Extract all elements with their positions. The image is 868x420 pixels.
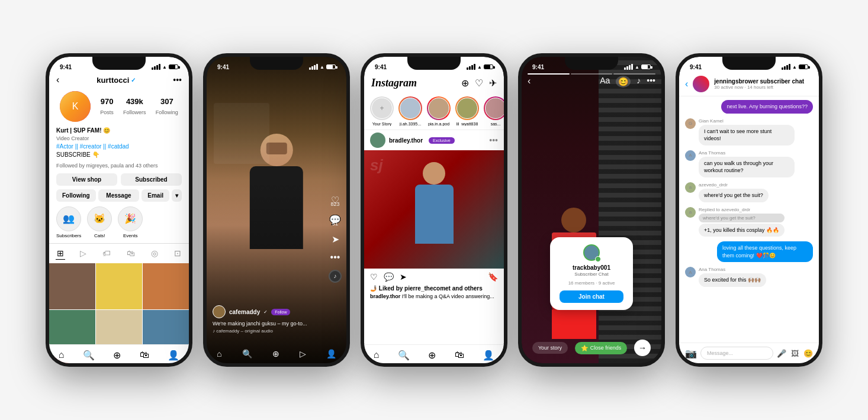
story-1[interactable]: ji.ah.3395... <box>398 96 422 126</box>
tab-tagged-icon[interactable]: 🏷 <box>101 247 112 260</box>
story-2[interactable]: pia.in.a.pod <box>427 96 451 126</box>
p1-action-buttons: Following Message Email ▾ <box>49 189 189 202</box>
nav-home-icon[interactable]: ⌂ <box>59 350 65 361</box>
p5-sticker-icon[interactable]: 😊 <box>803 349 813 358</box>
p5-input-icons: 🎤 🖼 😊 <box>777 349 813 358</box>
nav-search-icon[interactable]: 🔍 <box>83 350 95 361</box>
p3-dm-icon[interactable]: ✈ <box>489 77 497 89</box>
p3-bookmark-icon[interactable]: 🔖 <box>488 272 498 282</box>
story-your-story[interactable]: + Your Story <box>370 96 394 126</box>
p2-like-action[interactable]: ♡ 823 <box>330 195 339 207</box>
p2-username[interactable]: cafemaddy <box>229 309 260 315</box>
p4-sticker-icon[interactable]: 😊 <box>616 76 631 88</box>
p2-more-action[interactable]: ••• <box>330 252 340 263</box>
p2-nav-reels[interactable]: ▷ <box>300 349 306 358</box>
p5-mic-icon[interactable]: 🎤 <box>777 349 786 358</box>
p3-nav-add[interactable]: ⊕ <box>428 350 436 361</box>
msg-3: A Ana Thomas can you walk us through you… <box>685 150 813 177</box>
p4-back-button[interactable]: ‹ <box>528 76 531 88</box>
phone-2-screen: 9:41 ▲ ♡ 823 <box>207 57 346 363</box>
p4-close-friends-btn[interactable]: ⭐ Close friends <box>575 342 628 354</box>
p3-comment-icon[interactable]: 💬 <box>384 272 394 282</box>
p5-image-icon[interactable]: 🖼 <box>791 349 799 358</box>
p3-add-icon[interactable]: ⊕ <box>461 77 469 89</box>
p2-nav-search[interactable]: 🔍 <box>242 349 252 358</box>
dropdown-button[interactable]: ▾ <box>172 189 182 202</box>
tab-shop-icon[interactable]: 🛍 <box>126 247 136 260</box>
battery-5 <box>799 64 808 69</box>
tab-misc-icon[interactable]: ⊡ <box>173 247 182 260</box>
p3-nav-shop[interactable]: 🛍 <box>455 350 464 361</box>
p3-head <box>423 162 445 185</box>
highlight-subscribers[interactable]: 👥 Subscribers <box>56 206 81 238</box>
msg-bubble-2: I can't wait to see more stunt videos! <box>699 125 795 146</box>
p1-following-stat[interactable]: 307 Following <box>156 97 178 117</box>
signal-2 <box>309 64 318 70</box>
status-icons-4: ▲ <box>624 64 651 70</box>
p2-verified: ✓ <box>263 309 268 315</box>
phone-4-screen: 9:41 ▲ <box>522 57 661 363</box>
p5-back-button[interactable]: ‹ <box>685 79 688 89</box>
p3-nav-profile[interactable]: 👤 <box>483 350 494 361</box>
status-time-2: 9:41 <box>217 64 229 70</box>
p2-comment-action[interactable]: 💬 51 <box>329 214 341 227</box>
battery-4 <box>641 64 651 69</box>
p3-like-icon[interactable]: ♡ <box>370 272 378 282</box>
p4-more-icon[interactable]: ••• <box>647 76 655 88</box>
message-button[interactable]: Message <box>98 189 140 202</box>
subscribed-button[interactable]: Subscribed <box>121 173 182 186</box>
following-button[interactable]: Following <box>56 189 96 202</box>
p3-heart-icon[interactable]: ♡ <box>475 77 483 89</box>
nav-shop-icon[interactable]: 🛍 <box>140 350 149 361</box>
grid-cell-3[interactable] <box>143 263 189 309</box>
wifi-icon-4: ▲ <box>635 64 639 70</box>
grid-cell-1[interactable] <box>49 263 95 309</box>
tab-grid-icon[interactable]: ⊞ <box>56 247 65 260</box>
notch-5 <box>722 57 776 70</box>
p3-nav-home[interactable]: ⌂ <box>374 350 380 361</box>
p4-chat-avatar-container <box>583 244 600 261</box>
phone-1-profile: 9:41 ▲ ‹ kurttocci ✓ <box>46 53 192 367</box>
highlight-events[interactable]: 🎉 Events <box>118 206 143 238</box>
p2-follow-badge[interactable]: Follow <box>271 309 290 315</box>
story-4[interactable]: sas... <box>484 96 504 126</box>
grid-cell-2[interactable] <box>96 263 142 309</box>
p4-send-button[interactable]: → <box>634 340 651 356</box>
p1-more-button[interactable]: ••• <box>173 75 182 85</box>
p2-user-row: cafemaddy ✓ Follow <box>213 305 323 318</box>
email-button[interactable]: Email <box>142 189 169 202</box>
p4-text-icon[interactable]: Aa <box>600 76 610 88</box>
notch-2 <box>250 57 303 70</box>
p3-post-username[interactable]: bradley.thor <box>389 137 423 144</box>
p1-followers-stat[interactable]: 439k Followers <box>123 97 146 117</box>
p2-share-action[interactable]: ➤ <box>332 234 339 245</box>
p5-camera-icon[interactable]: 📷 <box>685 348 697 359</box>
p2-nav-profile[interactable]: 👤 <box>326 349 336 358</box>
story-3[interactable]: lil_wyatt838 <box>455 96 479 126</box>
view-shop-button[interactable]: View shop <box>56 173 117 186</box>
p2-nav-add[interactable]: ⊕ <box>272 349 279 358</box>
highlight-cats[interactable]: 🐱 Cats! <box>87 206 112 238</box>
phone-5-messages: 9:41 ▲ ‹ jenningsbrower subscr <box>676 53 822 367</box>
p4-content: 9:41 ▲ <box>522 57 661 363</box>
tab-reels-icon[interactable]: ▷ <box>79 247 88 260</box>
p3-nav-search[interactable]: 🔍 <box>398 350 410 361</box>
p4-join-chat-button[interactable]: Join chat <box>560 290 623 303</box>
p3-post-header: bradley.thor Exclusive ••• <box>364 130 504 150</box>
p4-your-story-btn[interactable]: Your story <box>532 342 568 354</box>
tab-highlights-icon[interactable]: ◎ <box>150 247 159 260</box>
nav-add-icon[interactable]: ⊕ <box>113 350 121 361</box>
p2-caption: We're making janchi guksu – my go-to... <box>213 321 323 327</box>
p2-nav-home[interactable]: ⌂ <box>217 349 221 358</box>
nav-profile-icon[interactable]: 👤 <box>168 350 179 361</box>
signal-4 <box>624 64 633 70</box>
p1-posts-stat[interactable]: 970 Posts <box>100 97 114 117</box>
p3-likes-text: 🤳🏾 Liked by pierre_thecomet and others <box>364 285 504 292</box>
p3-post-more[interactable]: ••• <box>489 135 498 145</box>
p2-audio[interactable]: ♪ cafemaddy – original audio <box>213 328 323 334</box>
p4-music-icon[interactable]: ♪ <box>636 76 641 88</box>
phone-5-screen: 9:41 ▲ ‹ jenningsbrower subscr <box>679 57 819 363</box>
p3-share-icon[interactable]: ➤ <box>400 272 407 282</box>
p1-back-button[interactable]: ‹ <box>56 75 59 85</box>
p5-message-input[interactable]: Message... <box>700 347 773 360</box>
